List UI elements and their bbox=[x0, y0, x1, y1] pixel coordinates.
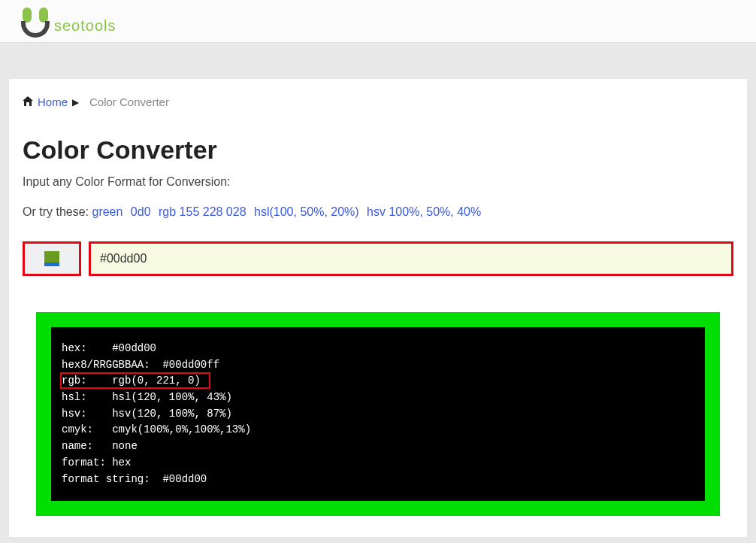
result-panel: hex: #00dd00 hex8/RRGGBBAA: #00dd00ff rg… bbox=[36, 312, 720, 516]
try-example-link[interactable]: hsv 100%, 50%, 40% bbox=[367, 205, 481, 218]
page-title: Color Converter bbox=[23, 135, 733, 165]
content-card: Home ▶ Color Converter Color Converter I… bbox=[9, 79, 747, 537]
result-output: hex: #00dd00 hex8/RRGGBBAA: #00dd00ff rg… bbox=[51, 327, 705, 501]
chevron-right-icon: ▶ bbox=[72, 97, 79, 108]
breadcrumb-current: Color Converter bbox=[89, 96, 169, 108]
input-row bbox=[23, 241, 733, 276]
logo-icon bbox=[21, 8, 51, 38]
home-icon bbox=[23, 96, 33, 108]
try-example-link[interactable]: rgb 155 228 028 bbox=[159, 205, 246, 218]
color-swatch-button[interactable] bbox=[23, 241, 81, 276]
breadcrumb-home-link[interactable]: Home bbox=[38, 96, 68, 108]
page-wrap: Home ▶ Color Converter Color Converter I… bbox=[0, 43, 756, 537]
try-example-link[interactable]: hsl(100, 50%, 20%) bbox=[254, 205, 359, 218]
logo-text: seotools bbox=[53, 17, 116, 38]
result-text: hex: #00dd00 hex8/RRGGBBAA: #00dd00ff rg… bbox=[62, 342, 251, 485]
color-swatch-icon bbox=[44, 251, 59, 266]
breadcrumb: Home ▶ Color Converter bbox=[23, 96, 733, 108]
try-label: Or try these: bbox=[23, 205, 89, 218]
color-input[interactable] bbox=[89, 241, 733, 276]
try-example-link[interactable]: 0d0 bbox=[131, 205, 151, 218]
try-examples-row: Or try these: green 0d0 rgb 155 228 028 … bbox=[23, 205, 733, 219]
subtitle: Input any Color Format for Conversion: bbox=[23, 175, 733, 189]
logo[interactable]: seotools bbox=[21, 8, 735, 38]
try-example-link[interactable]: green bbox=[92, 205, 122, 218]
topbar: seotools bbox=[0, 0, 756, 43]
